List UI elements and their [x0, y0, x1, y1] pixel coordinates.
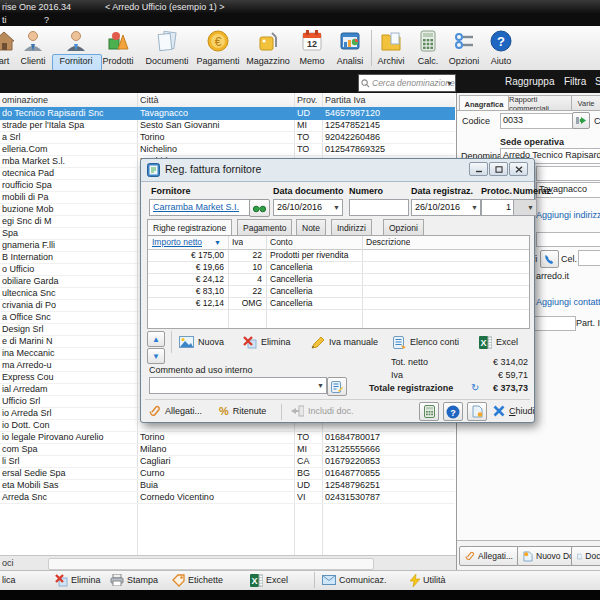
- folder-icon: [370, 29, 412, 55]
- documenti-panel-button[interactable]: Docume: [571, 546, 600, 566]
- chart-icon: [330, 29, 370, 55]
- tab-indirizzi[interactable]: Indirizzi: [331, 219, 372, 235]
- numero-field[interactable]: [349, 199, 409, 216]
- calculator-button[interactable]: [419, 402, 439, 421]
- etichette-button[interactable]: Etichette: [172, 572, 223, 588]
- protoc-field[interactable]: 1: [481, 199, 515, 216]
- tab-note[interactable]: Note: [296, 219, 326, 235]
- table-cell: 02431530787: [325, 491, 451, 503]
- col-header-denominazione[interactable]: ominazione: [2, 93, 48, 107]
- col-header-prov[interactable]: Prov.: [297, 93, 317, 107]
- elimina-button[interactable]: Elimina: [55, 572, 101, 588]
- table-cell: o Ufficio: [2, 263, 136, 275]
- toolbar-item-clienti[interactable]: Clienti: [11, 29, 55, 69]
- elimina-riga-button[interactable]: Elimina: [243, 331, 291, 353]
- tab-righe-registrazione[interactable]: Righe registrazione: [147, 219, 232, 236]
- col-header-partita-iva[interactable]: Partita Iva: [325, 93, 366, 107]
- toolbar-item-analisi[interactable]: Analisi: [330, 29, 370, 69]
- col-importo-netto[interactable]: Importo netto: [152, 236, 202, 249]
- dialog-titlebar[interactable]: Reg. fattura fornitore: [141, 159, 534, 182]
- phone-button[interactable]: [540, 250, 559, 268]
- horizontal-scrollbar[interactable]: [48, 558, 374, 570]
- data-documento-field[interactable]: 26/10/2016▼: [273, 199, 343, 216]
- nuova-button[interactable]: Nuova: [179, 331, 224, 353]
- codice-field[interactable]: 0033: [500, 113, 574, 129]
- fornitore-label: Fornitore: [151, 186, 191, 196]
- chevron-down-icon[interactable]: ▼: [333, 200, 340, 215]
- toolbar-item-calc[interactable]: Calc.: [410, 29, 446, 69]
- allegati-panel-button[interactable]: Allegati...: [459, 546, 519, 566]
- codice-import-button[interactable]: [572, 112, 590, 129]
- toolbar-item-aiuto[interactable]: ? Aiuto: [484, 29, 518, 69]
- menu-item-cut[interactable]: ti: [2, 15, 7, 25]
- maximize-button[interactable]: [489, 162, 508, 176]
- filtra-button[interactable]: Filtra: [564, 76, 586, 87]
- numeraz-dropdown[interactable]: ▼: [513, 199, 537, 216]
- toolbar-item-documenti[interactable]: Documenti: [141, 29, 193, 69]
- iva-manuale-button[interactable]: Iva manuale: [311, 331, 378, 353]
- numeraz-label: Numeraz.: [513, 186, 554, 196]
- search-input[interactable]: Cerca denominazione ▼: [358, 74, 456, 92]
- move-up-button[interactable]: ▲: [147, 331, 165, 347]
- help-button[interactable]: ?: [443, 402, 463, 421]
- toolbar-item-opzioni[interactable]: Opzioni: [443, 29, 485, 69]
- stampa-button[interactable]: Stampa: [110, 572, 158, 588]
- menu-item-help[interactable]: ?: [44, 15, 49, 25]
- toolbar-item-memo[interactable]: 12 Memo: [292, 29, 332, 69]
- chiudi-button[interactable]: Chiudi: [493, 402, 535, 420]
- excel-export-button[interactable]: X Excel: [479, 331, 518, 353]
- tab-rapporti-commerciali[interactable]: Rapporti commerciali: [508, 95, 572, 111]
- chevron-down-icon[interactable]: ▼: [317, 378, 324, 393]
- chevron-down-icon[interactable]: ▼: [471, 200, 478, 215]
- allegati-button[interactable]: Allegati...: [149, 402, 202, 420]
- cel-label: Cel.: [561, 254, 577, 264]
- cel-field[interactable]: [578, 250, 600, 266]
- fornitore-link[interactable]: Carramba Market S.I.: [153, 202, 239, 212]
- col-iva[interactable]: Iva: [232, 236, 243, 249]
- chevron-down-icon[interactable]: ▼: [446, 80, 453, 87]
- duplica-button[interactable]: lica: [2, 572, 16, 588]
- tab-pagamento[interactable]: Pagamento: [237, 219, 292, 235]
- col-conto[interactable]: Conto: [270, 236, 293, 249]
- red-x-icon: [55, 574, 68, 587]
- registration-row[interactable]: € 12,14OMGCancelleria: [148, 297, 529, 310]
- extra-field[interactable]: [536, 232, 600, 247]
- grid-cell: Prodotti per rivendita: [270, 249, 358, 261]
- table-row[interactable]: Arreda SncCornedo VicentinoVI02431530787: [0, 491, 455, 504]
- fornitore-field[interactable]: Carramba Market S.I.: [149, 199, 253, 216]
- add-address-link[interactable]: Aggiungi indirizzo...: [536, 210, 600, 220]
- euro-coin-icon: €: [192, 29, 244, 55]
- move-down-button[interactable]: ▼: [147, 348, 165, 364]
- data-registraz-field[interactable]: 26/10/2016▼: [411, 199, 481, 216]
- raggruppa-button[interactable]: Raggruppa: [505, 76, 554, 87]
- commento-notes-button[interactable]: [327, 377, 347, 396]
- toolbar-item-prodotti[interactable]: Prodotti: [95, 29, 141, 69]
- col-descrizione[interactable]: Descrizione: [366, 236, 410, 249]
- excel-button[interactable]: X Excel: [250, 572, 288, 588]
- toolbar-item-archivi[interactable]: Archivi: [370, 29, 412, 69]
- comunicaz-button[interactable]: Comunicaz.: [322, 572, 387, 588]
- close-button[interactable]: [509, 162, 528, 176]
- minimize-button[interactable]: [469, 162, 488, 176]
- toolbar-item-pagamenti[interactable]: € Pagamenti: [192, 29, 244, 69]
- includi-doc-button[interactable]: Includi doc.: [291, 402, 354, 420]
- toolbar-item-fornitori[interactable]: Fornitori: [53, 29, 99, 69]
- lookup-button[interactable]: [249, 199, 270, 217]
- new-doc-button[interactable]: [467, 402, 487, 421]
- col-header-citta[interactable]: Città: [140, 93, 159, 107]
- address-field[interactable]: [536, 166, 600, 181]
- svg-text:X: X: [251, 576, 257, 586]
- tab-opzioni[interactable]: Opzioni: [383, 219, 424, 235]
- partiva-label: Part. Iv: [576, 318, 600, 328]
- grid-cell: € 19,66: [150, 261, 224, 273]
- table-cell: strade per l'Itala Spa: [2, 119, 136, 131]
- ritenute-button[interactable]: % Ritenute: [219, 402, 266, 420]
- commento-combo[interactable]: ▼: [149, 377, 327, 394]
- utilita-button[interactable]: Utilità: [410, 572, 446, 588]
- svg-text:12: 12: [307, 39, 317, 49]
- cut-button[interactable]: S: [595, 76, 600, 87]
- tab-varie[interactable]: Varie: [571, 95, 600, 111]
- elenco-conti-button[interactable]: Elenco conti: [393, 331, 459, 353]
- toolbar-item-magazzino[interactable]: Magazzino: [242, 29, 294, 69]
- add-contact-link[interactable]: Aggiungi contatto...: [536, 297, 600, 307]
